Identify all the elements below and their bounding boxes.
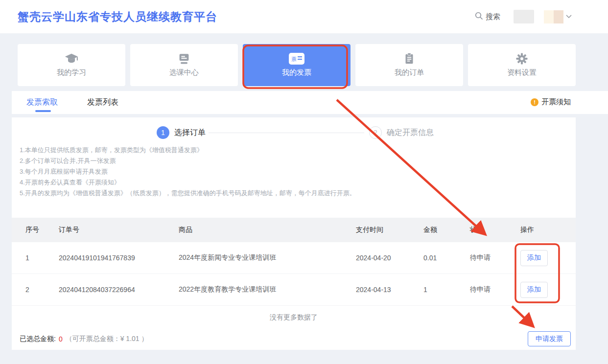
col-amount: 金额 (423, 226, 470, 234)
instruction-line: 1.本单位只提供纸质发票，邮寄，发票类型为《增值税普通发票》 (20, 145, 356, 156)
add-order-button[interactable]: 添加 (520, 250, 548, 266)
chevron-down-icon[interactable] (566, 15, 572, 19)
no-more-data-text: 没有更多数据了 (12, 313, 576, 322)
header: 蟹壳云学山东省专技人员继续教育平台 搜索 (0, 0, 608, 33)
gear-icon (468, 51, 576, 66)
search-icon (475, 12, 483, 22)
cell-product: 2022年度教育教学专业课培训班 (179, 285, 356, 294)
invoice-icon: 票 (243, 51, 351, 66)
avatar[interactable] (544, 10, 563, 23)
nav-card-my-orders[interactable]: 我的订单 (355, 44, 463, 86)
col-index: 序号 (25, 226, 59, 234)
table-row: 2 20240412084037226964 2022年度教育教学专业课培训班 … (12, 274, 576, 306)
nav-card-my-invoices[interactable]: 票 我的发票 (243, 44, 351, 86)
instruction-line: 3.每个月月底根据申请开具发票 (20, 166, 356, 177)
warning-icon: ! (531, 98, 538, 106)
cell-pay-time: 2024-04-20 (356, 254, 423, 262)
tab-invoice-list[interactable]: 发票列表 (87, 97, 118, 108)
nav-card-label: 我的订单 (355, 68, 463, 77)
step-2-confirm-info: 2 确定开票信息 (369, 126, 434, 139)
svg-text:票: 票 (291, 56, 297, 62)
invoicing-notice-link[interactable]: ! 开票须知 (531, 97, 571, 107)
col-product: 商品 (179, 226, 356, 234)
nav-card-label: 我的发票 (243, 68, 351, 77)
tab-bar: 发票索取 发票列表 ! 开票须知 (12, 91, 608, 114)
cell-product: 2024年度新闻专业专业课培训班 (179, 253, 356, 262)
add-order-button[interactable]: 添加 (520, 282, 548, 298)
active-tab-underline (35, 110, 51, 112)
apply-invoice-button[interactable]: 申请发票 (528, 331, 571, 346)
cell-status: 待申请 (470, 285, 520, 294)
graduation-cap-icon (18, 51, 125, 66)
available-total-text: （可开票总金额：¥ 1.01 ） (66, 335, 148, 343)
step-connector-line (209, 133, 364, 133)
selected-total-summary: 已选总金额: 0 （可开票总金额：¥ 1.01 ） (20, 335, 148, 343)
step-2-number: 2 (369, 126, 382, 139)
step-1-select-order: 1 选择订单 (157, 126, 206, 139)
cell-pay-time: 2024-04-13 (356, 286, 423, 294)
invoice-instructions: 1.本单位只提供纸质发票，邮寄，发票类型为《增值税普通发票》 2.多个订单可以合… (20, 145, 356, 199)
cell-index: 1 (25, 254, 59, 262)
search-control[interactable]: 搜索 (475, 12, 500, 22)
col-pay-time: 支付时间 (356, 226, 423, 234)
instruction-line: 5.开具的发票均为《增值税普通发票》（纸质发票），需您提供准确的手机号码及邮寄地… (20, 188, 356, 199)
page-title: 蟹壳云学山东省专技人员继续教育平台 (18, 9, 217, 24)
nav-card-my-learning[interactable]: 我的学习 (18, 44, 125, 86)
col-order-no: 订单号 (59, 226, 179, 234)
selected-total-label: 已选总金额: (20, 335, 56, 343)
cell-index: 2 (25, 286, 59, 294)
col-action: 操作 (520, 226, 576, 234)
username-redacted (514, 10, 534, 23)
step-1-label: 选择订单 (174, 128, 206, 138)
cell-amount: 0.01 (423, 254, 470, 262)
instruction-line: 4.开票前务必认真查看《开票须知》 (20, 177, 356, 188)
cell-order-no: 20240412084037226964 (59, 286, 179, 294)
invoice-request-panel: 1 选择订单 2 确定开票信息 1.本单位只提供纸质发票，邮寄，发票类型为《增值… (12, 117, 576, 350)
table-row: 1 20240419101941767839 2024年度新闻专业专业课培训班 … (12, 242, 576, 274)
cell-amount: 1 (423, 286, 470, 294)
step-2-label: 确定开票信息 (387, 128, 434, 138)
cell-status: 待申请 (470, 253, 520, 262)
search-label: 搜索 (486, 12, 500, 22)
instruction-line: 2.多个订单可以合并,开具一张发票 (20, 156, 356, 166)
nav-card-course-center[interactable]: 选课中心 (130, 44, 238, 86)
selected-total-value: 0 (59, 335, 63, 343)
cell-order-no: 20240419101941767839 (59, 254, 179, 262)
step-1-number: 1 (157, 126, 169, 139)
header-right: 搜索 (475, 0, 572, 33)
tab-invoice-request[interactable]: 发票索取 (26, 97, 58, 108)
course-monitor-icon (130, 51, 238, 66)
col-status: 状态 (470, 226, 520, 234)
nav-card-label: 资料设置 (468, 68, 576, 77)
nav-card-label: 选课中心 (130, 68, 238, 77)
nav-card-profile-settings[interactable]: 资料设置 (468, 44, 576, 86)
nav-card-label: 我的学习 (18, 68, 125, 77)
notice-label: 开票须知 (541, 97, 571, 107)
table-header: 序号 订单号 商品 支付时间 金额 状态 操作 (12, 218, 576, 242)
order-clipboard-icon (355, 51, 463, 66)
